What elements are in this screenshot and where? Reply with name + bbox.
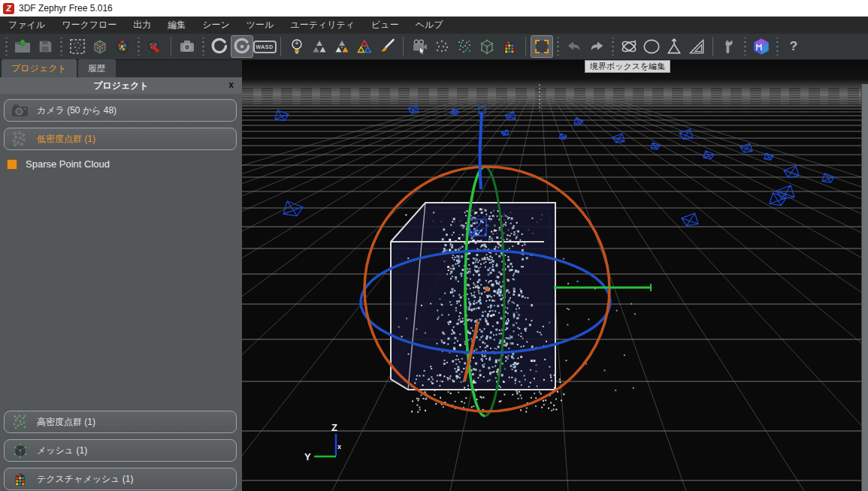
tab-history[interactable]: 履歴: [78, 59, 116, 77]
sidebar-item-mesh[interactable]: メッシュ (1): [4, 439, 237, 462]
toolbar-separator-dots: [59, 38, 63, 56]
toolbar-separator-dots: [201, 38, 205, 56]
menu-item-view[interactable]: ビュー: [363, 17, 407, 34]
wrench-icon: [720, 38, 738, 56]
toolbar-separator-line: [171, 37, 171, 56]
sidebar-item-label: 高密度点群 (1): [37, 416, 95, 429]
menu-item-scene[interactable]: シーン: [194, 17, 238, 34]
wasd-badge: WASD: [253, 41, 277, 53]
sidebar-item-label: 低密度点群 (1): [37, 133, 95, 146]
3d-viewport-canvas[interactable]: ZYx: [242, 60, 868, 491]
toolbar-separator-line: [403, 37, 404, 56]
show-sparse-button[interactable]: [431, 35, 453, 58]
export-button[interactable]: [144, 35, 166, 58]
sidebar-item-textured-mesh[interactable]: テクスチャメッシュ (1): [4, 468, 237, 490]
edit-bounding-box-button[interactable]: [531, 35, 553, 58]
sidebar-item-sparse-cloud[interactable]: Sparse Point Cloud: [0, 151, 242, 176]
render-textured-button[interactable]: [331, 35, 353, 58]
save-project-button[interactable]: [34, 35, 56, 58]
show-textured-button[interactable]: [498, 35, 521, 58]
camera-icon: [178, 38, 196, 56]
wire-cube-icon: [478, 38, 496, 56]
rubik-cube-icon: [501, 38, 519, 56]
menu-item-edit[interactable]: 編集: [159, 17, 194, 34]
mesh-extract-button[interactable]: [111, 35, 134, 58]
toolbar-separator-line: [525, 37, 526, 56]
toolbar-tooltip: 境界ボックスを編集: [585, 60, 670, 73]
folder-open-icon: [14, 38, 32, 56]
sparse-dots-icon: [433, 38, 451, 56]
menu-item-file[interactable]: ファイル: [0, 17, 53, 34]
question-icon: ?: [790, 39, 797, 54]
textured-mesh-cube-icon: [11, 470, 29, 488]
redo-button[interactable]: [585, 35, 608, 58]
menu-item-workflow[interactable]: ワークフロー: [53, 17, 125, 34]
camera-navigator-button[interactable]: [408, 35, 431, 58]
viewport-scrollbar[interactable]: [861, 84, 868, 491]
toolbar-separator-dots: [137, 38, 141, 56]
open-project-button[interactable]: [11, 35, 34, 58]
brush-icon: [378, 38, 396, 56]
redo-arrow-icon: [588, 38, 605, 55]
render-wireframe-button[interactable]: [353, 35, 376, 58]
panel-tab-bar: プロジェクト 履歴: [0, 60, 242, 77]
rotate-around-point-button[interactable]: [231, 35, 253, 58]
light-bulb-icon: [288, 38, 306, 56]
lighting-button[interactable]: [286, 35, 308, 58]
render-viewport[interactable]: ZYx 境界ボックスを編集: [242, 60, 868, 491]
main-area: プロジェクト 履歴 プロジェクト x カメラ (50 から 48) 低密度点群 …: [0, 60, 868, 491]
toolbar-separator-dots: [5, 38, 8, 56]
measure-button[interactable]: [685, 35, 708, 58]
toolbar-separator-line: [280, 37, 281, 56]
menu-item-help[interactable]: ヘルプ: [407, 17, 452, 34]
sidebar-item-sparse-group[interactable]: 低密度点群 (1): [4, 128, 237, 150]
toolbar-separator-dots: [611, 38, 615, 56]
screenshot-button[interactable]: [176, 35, 198, 58]
masquerade-button[interactable]: [750, 35, 773, 58]
paint-button[interactable]: [376, 35, 398, 58]
move-gizmo-icon: [664, 37, 684, 56]
svg-text:x: x: [337, 443, 341, 450]
panel-header: プロジェクト x: [0, 77, 242, 94]
video-camera-cursor-icon: [410, 38, 428, 56]
tab-project[interactable]: プロジェクト: [2, 59, 77, 77]
menu-item-output[interactable]: 出力: [125, 17, 159, 34]
settings-button[interactable]: [718, 35, 740, 58]
sidebar-item-label: メッシュ (1): [37, 444, 87, 457]
colored-cube-icon: [113, 38, 132, 56]
help-button[interactable]: ?: [782, 35, 805, 58]
sidebar-item-label: カメラ (50 から 48): [37, 104, 116, 117]
render-shaded-button[interactable]: [308, 35, 331, 58]
cube-points-icon: [91, 38, 109, 56]
sidebar-item-cameras[interactable]: カメラ (50 から 48): [4, 99, 237, 122]
project-panel: プロジェクト 履歴 プロジェクト x カメラ (50 から 48) 低密度点群 …: [0, 60, 242, 491]
triangles-orange-icon: [333, 38, 351, 56]
gizmo-orbit-button[interactable]: [618, 35, 640, 58]
sparse-cloud-button[interactable]: [66, 35, 89, 58]
undo-button[interactable]: [563, 35, 585, 58]
masquerade-cube-icon: [752, 37, 771, 56]
wasd-mode-button[interactable]: WASD: [253, 35, 276, 58]
toolbar-separator-dots: [743, 38, 747, 56]
show-dense-button[interactable]: [453, 35, 476, 58]
cube-arrow-icon: [146, 38, 164, 56]
sparse-points-icon: [11, 131, 29, 147]
move-object-button[interactable]: [663, 35, 685, 58]
menu-bar: ファイル ワークフロー 出力 編集 シーン ツール ユーティリティ ビュー ヘル…: [0, 17, 868, 34]
undo-arrow-icon: [566, 38, 582, 55]
circle-tool-button[interactable]: [640, 35, 663, 58]
sidebar-item-dense-group[interactable]: 高密度点群 (1): [4, 411, 237, 433]
menu-item-utilities[interactable]: ユーティリティ: [282, 17, 363, 34]
bounding-box-icon: [533, 38, 551, 56]
mesh-cube-icon: [11, 441, 29, 459]
close-icon[interactable]: x: [228, 80, 234, 90]
floppy-save-icon: [37, 38, 53, 55]
dashed-box-points-icon: [68, 38, 86, 56]
orbit-mode-button[interactable]: [208, 35, 231, 58]
orange-square-icon: [7, 159, 17, 170]
toolbar-separator-dots: [776, 38, 779, 56]
menu-item-tools[interactable]: ツール: [238, 17, 283, 34]
sidebar-item-label: Sparse Point Cloud: [26, 158, 110, 170]
dense-cloud-button[interactable]: [89, 35, 111, 58]
show-mesh-button[interactable]: [476, 35, 498, 58]
